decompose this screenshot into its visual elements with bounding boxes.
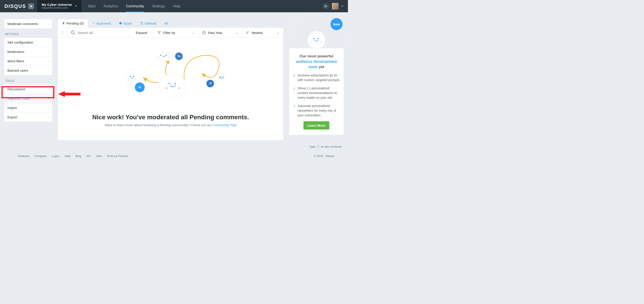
community-tips-link[interactable]: Community Tips <box>212 123 236 127</box>
footer-help[interactable]: Help <box>64 154 70 158</box>
sidebar-export[interactable]: Export› <box>4 113 52 122</box>
tab-label: Spam <box>124 21 132 25</box>
check-icon: ✓ <box>293 86 296 100</box>
chevron-down-icon: ⌄ <box>236 31 238 35</box>
sort-icon <box>246 31 249 34</box>
sidebar: Moderate comments › SETTINGS Site config… <box>4 19 52 122</box>
nav-help[interactable]: Help <box>169 0 184 12</box>
home-star-icon[interactable]: ★ <box>28 3 34 9</box>
nav-community[interactable]: Community <box>122 0 148 12</box>
svg-rect-6 <box>65 93 80 95</box>
expand-label: Expand <box>136 31 147 35</box>
date-dropdown[interactable]: Past Year ⌄ <box>198 28 242 37</box>
tab-all[interactable]: All <box>160 19 172 27</box>
sort-dropdown[interactable]: Newest ⌄ <box>242 28 283 37</box>
footer-logos[interactable]: Logos <box>52 154 60 158</box>
tab-deleted[interactable]: Deleted <box>136 19 160 27</box>
sidebar-item-label: Site configuration <box>8 40 33 44</box>
chevron-right-icon: › <box>48 115 49 119</box>
check-icon <box>92 22 95 25</box>
spam-icon <box>119 22 122 25</box>
tab-label: Deleted <box>145 21 156 25</box>
site-title: My Cyber Universe <box>42 3 72 7</box>
sidebar-item-label: Migration Tools <box>8 96 30 100</box>
sidebar-moderate-comments[interactable]: Moderate comments › <box>4 19 52 28</box>
footer-links: Features Company Logos Help Blog API Job… <box>0 150 128 162</box>
hourglass-icon <box>62 22 65 25</box>
user-avatar[interactable] <box>332 3 338 9</box>
promo-item: ✓Show 1:1 personalized content recommend… <box>293 86 340 100</box>
svg-rect-2 <box>202 31 205 34</box>
chevron-right-icon: › <box>48 106 49 110</box>
trash-icon <box>140 22 143 25</box>
empty-state-subtitle: Want to learn more about fostering a thr… <box>67 123 274 127</box>
tab-label: All <box>164 21 168 25</box>
speech-hi: Hi <box>135 82 145 92</box>
expand-button[interactable]: Expand <box>129 28 154 37</box>
filter-dropdown[interactable]: Filter by ⌄ <box>154 28 198 37</box>
copyright: © 2019 · Disqus <box>314 154 334 158</box>
check-icon: ✓ <box>293 104 296 118</box>
filter-bar: Expand Filter by ⌄ Past Year ⌄ Newest ⌄ <box>58 27 284 38</box>
search-cell <box>67 28 129 37</box>
sidebar-section-settings: SETTINGS <box>4 28 52 37</box>
sidebar-migration-tools[interactable]: Migration Tools› <box>4 94 52 103</box>
footer-blog[interactable]: Blog <box>75 154 81 158</box>
sidebar-item-label: Discussions <box>8 87 25 91</box>
notification-icon[interactable] <box>323 3 329 9</box>
promo-item: ✓Increase subscriptions by 3x with custo… <box>293 73 340 82</box>
sidebar-item-label: Moderate comments <box>8 22 38 26</box>
sidebar-site-configuration[interactable]: Site configuration› <box>4 38 52 47</box>
footer-api[interactable]: API <box>86 154 91 158</box>
search-icon <box>71 30 76 35</box>
top-nav: Start Analytics Community Settings Help <box>84 0 184 12</box>
site-picker[interactable]: My Cyber Universe mycyberuniverse.com <box>37 0 82 12</box>
footer-company[interactable]: Company <box>34 154 47 158</box>
filter-label: Filter by <box>163 31 175 35</box>
sidebar-word-filters[interactable]: Word filters› <box>4 56 52 66</box>
chevron-right-icon: › <box>48 22 49 26</box>
nav-start[interactable]: Start <box>84 0 100 12</box>
svg-point-0 <box>71 31 74 34</box>
sidebar-discussions[interactable]: Discussions› <box>4 84 52 94</box>
search-input[interactable] <box>78 31 126 35</box>
footer-jobs[interactable]: Jobs <box>96 154 102 158</box>
promo-panel: New Our most powerful audience developme… <box>289 19 344 135</box>
user-menu-chevron-icon[interactable] <box>341 5 344 7</box>
chevron-right-icon: › <box>48 59 49 63</box>
chevron-right-icon: › <box>48 41 49 44</box>
logo[interactable]: DISQUS <box>0 3 28 9</box>
site-domain: mycyberuniverse.com <box>42 6 72 9</box>
annotation-arrow-icon <box>58 90 80 98</box>
tab-approved[interactable]: Approved <box>88 19 115 27</box>
nav-settings[interactable]: Settings <box>148 0 169 12</box>
tab-spam[interactable]: Spam <box>115 19 136 27</box>
footer-terms[interactable]: Terms & Policies <box>107 154 128 158</box>
date-label: Past Year <box>208 31 222 35</box>
tab-label: Pending (0) <box>66 21 84 25</box>
learn-more-button[interactable]: Learn More <box>304 121 330 130</box>
promo-item: ✓Automate personalized newsletters for e… <box>293 104 340 118</box>
footer-features[interactable]: Features <box>18 154 29 158</box>
nav-analytics[interactable]: Analytics <box>100 0 122 12</box>
chevron-right-icon: › <box>48 97 49 100</box>
sidebar-section-tools: TOOLS <box>4 75 52 84</box>
speech-yo: Yo <box>175 52 183 60</box>
sidebar-item-label: Word filters <box>8 59 24 63</box>
tab-pending[interactable]: Pending (0) <box>58 19 88 27</box>
sidebar-moderators[interactable]: Moderators› <box>4 47 52 56</box>
calendar-icon <box>202 31 206 34</box>
chevron-down-icon: ⌄ <box>192 31 195 35</box>
chevron-down-icon: ⌄ <box>277 31 280 35</box>
chevron-down-icon <box>75 5 77 7</box>
sidebar-item-label: Export <box>8 115 17 119</box>
sidebar-item-label: Moderators <box>8 50 24 54</box>
shortcuts-hint: Type ? to see shortcuts <box>0 143 348 150</box>
sidebar-banned-users[interactable]: Banned users› <box>4 66 52 75</box>
chevron-right-icon: › <box>48 69 49 72</box>
sidebar-item-label: Import <box>8 106 17 110</box>
select-all-checkbox[interactable] <box>58 28 67 37</box>
sidebar-import[interactable]: Import› <box>4 103 52 113</box>
svg-line-1 <box>74 33 75 35</box>
chevron-right-icon: › <box>48 50 49 54</box>
